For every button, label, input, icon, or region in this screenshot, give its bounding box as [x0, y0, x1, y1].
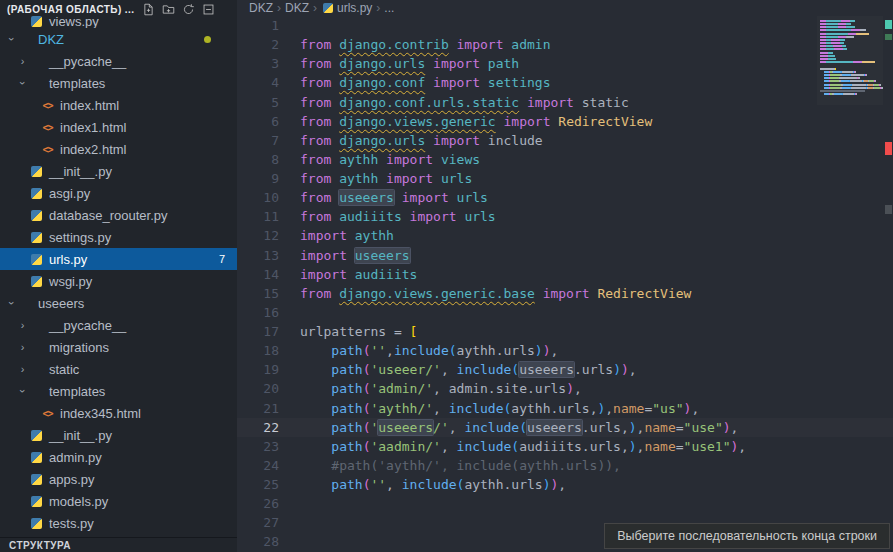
code-line[interactable]: 18 path('',include(aythh.urls)),	[237, 341, 893, 360]
overview-ruler-mark	[885, 20, 892, 29]
code-line[interactable]: 8from aythh import views	[237, 150, 893, 169]
tree-item-label: urls.py	[49, 252, 87, 267]
code-line[interactable]: 7from django.urls import include	[237, 131, 893, 150]
collapse-all-icon[interactable]	[202, 3, 215, 16]
tree-item-label: tests.py	[49, 516, 94, 531]
tree-folder-static[interactable]: ›static	[0, 358, 237, 380]
code-line[interactable]: 19 path('useeer/', include(useeers.urls)…	[237, 360, 893, 379]
tree-file-models.py[interactable]: models.py	[0, 490, 237, 512]
code-line[interactable]: 11from audiiits import urls	[237, 207, 893, 226]
tree-file-views.py[interactable]: views.py	[0, 14, 237, 28]
chevron-right-icon: ›	[16, 341, 29, 353]
code-line[interactable]: 16	[237, 303, 893, 322]
python-file-icon	[29, 232, 44, 243]
tree-file-index1.html[interactable]: <>index1.html	[0, 116, 237, 138]
new-file-icon[interactable]	[142, 3, 155, 16]
code-line[interactable]: 21 path('aythh/', include(aythh.urls,),n…	[237, 399, 893, 418]
python-file-icon	[29, 430, 44, 441]
tree-file-database_roouter.py[interactable]: database_roouter.py	[0, 204, 237, 226]
breadcrumb-separator-icon: ›	[313, 1, 317, 15]
tree-item-label: settings.py	[49, 230, 111, 245]
line-number: 5	[237, 93, 279, 112]
tree-folder-migrations[interactable]: ›migrations	[0, 336, 237, 358]
code-line[interactable]: 13import useeers	[237, 246, 893, 265]
chevron-right-icon: ›	[16, 319, 29, 331]
tree-folder-__pycache__[interactable]: ›__pycache__	[0, 50, 237, 72]
code-line[interactable]: 24 #path('aythh/', include(aythh.urls)),	[237, 456, 893, 475]
tree-file-urls.py[interactable]: urls.py7	[0, 248, 237, 270]
overview-ruler-mark	[885, 205, 892, 214]
html-file-icon: <>	[40, 122, 55, 133]
chevron-right-icon: ›	[16, 55, 29, 67]
tree-file-index.html[interactable]: <>index.html	[0, 94, 237, 116]
python-file-icon	[29, 210, 44, 221]
python-file-icon	[29, 254, 44, 265]
breadcrumb-item[interactable]: DKZ	[285, 1, 309, 15]
tree-folder-templates[interactable]: ›templates	[0, 72, 237, 94]
chevron-right-icon: ›	[16, 363, 29, 375]
tree-file-index2.html[interactable]: <>index2.html	[0, 138, 237, 160]
tree-file-tests.py[interactable]: tests.py	[0, 512, 237, 534]
tree-item-label: index345.html	[60, 406, 141, 421]
tree-folder-useeers[interactable]: ›useeers	[0, 292, 237, 314]
tree-file-__init__.py[interactable]: __init__.py	[0, 424, 237, 446]
python-file-icon	[29, 518, 44, 529]
tree-item-label: admin.py	[49, 450, 102, 465]
line-number: 24	[237, 456, 279, 475]
tree-file-settings.py[interactable]: settings.py	[0, 226, 237, 248]
tree-file-apps.py[interactable]: apps.py	[0, 468, 237, 490]
code-line[interactable]: 5from django.conf.urls.static import sta…	[237, 93, 893, 112]
code-line[interactable]: 23 path('aadmin/', include(audiiits.urls…	[237, 437, 893, 456]
tree-file-index345.html[interactable]: <>index345.html	[0, 402, 237, 424]
python-file-icon	[29, 452, 44, 463]
code-line[interactable]: 17urlpatterns = [	[237, 322, 893, 341]
tree-item-label: DKZ	[38, 32, 64, 47]
line-number: 1	[237, 16, 279, 35]
line-number: 17	[237, 322, 279, 341]
line-number: 8	[237, 150, 279, 169]
code-line[interactable]: 4from django.conf import settings	[237, 73, 893, 92]
code-view[interactable]: 12from django.contrib import admin3from …	[237, 16, 893, 552]
code-line[interactable]: 12import aythh	[237, 226, 893, 245]
explorer-section-header[interactable]: (РАБОЧАЯ ОБЛАСТЬ) ...	[0, 0, 237, 16]
tree-item-label: index.html	[60, 98, 119, 113]
code-line[interactable]: 2from django.contrib import admin	[237, 35, 893, 54]
tree-folder-DKZ[interactable]: ›DKZ	[0, 28, 237, 50]
line-number: 10	[237, 188, 279, 207]
breadcrumb-item[interactable]: ...	[384, 1, 394, 15]
html-file-icon: <>	[40, 144, 55, 155]
tree-item-label: __pycache__	[49, 318, 126, 333]
editor-area: DKZ›DKZ›urls.py›... 12from django.contri…	[237, 0, 893, 552]
tree-folder-templates[interactable]: ›templates	[0, 380, 237, 402]
code-line[interactable]: 20 path('admin/', admin.site.urls),	[237, 379, 893, 398]
breadcrumb-item[interactable]: DKZ	[249, 1, 273, 15]
tree-item-label: index1.html	[60, 120, 126, 135]
tree-file-asgi.py[interactable]: asgi.py	[0, 182, 237, 204]
minimap[interactable]	[817, 16, 883, 105]
tree-file-wsgi.py[interactable]: wsgi.py	[0, 270, 237, 292]
code-line[interactable]: 26	[237, 494, 893, 513]
overview-ruler-scrollbar[interactable]	[884, 0, 893, 552]
tree-file-admin.py[interactable]: admin.py	[0, 446, 237, 468]
tree-item-label: static	[49, 362, 79, 377]
tree-item-label: apps.py	[49, 472, 95, 487]
breadcrumb-separator-icon: ›	[376, 1, 380, 15]
code-line[interactable]: 22 path('useeers/', include(useeers.urls…	[237, 418, 893, 437]
code-line[interactable]: 3from django.urls import path	[237, 54, 893, 73]
code-line[interactable]: 6from django.views.generic import Redire…	[237, 112, 893, 131]
code-line[interactable]: 25 path('', include(aythh.urls)),	[237, 475, 893, 494]
code-line[interactable]: 15from django.views.generic.base import …	[237, 284, 893, 303]
outline-section-header[interactable]: СТРУКТУРА	[0, 537, 237, 552]
code-line[interactable]: 10from useeers import urls	[237, 188, 893, 207]
new-folder-icon[interactable]	[162, 3, 175, 16]
tree-file-__init__.py[interactable]: __init__.py	[0, 160, 237, 182]
line-number: 4	[237, 73, 279, 92]
workspace-title: (РАБОЧАЯ ОБЛАСТЬ) ...	[7, 4, 134, 15]
code-line[interactable]: 14import audiiits	[237, 265, 893, 284]
html-file-icon: <>	[40, 100, 55, 111]
code-line[interactable]: 1	[237, 16, 893, 35]
refresh-icon[interactable]	[182, 3, 195, 16]
breadcrumb-item[interactable]: urls.py	[337, 1, 372, 15]
tree-folder-__pycache__[interactable]: ›__pycache__	[0, 314, 237, 336]
code-line[interactable]: 9from aythh import urls	[237, 169, 893, 188]
